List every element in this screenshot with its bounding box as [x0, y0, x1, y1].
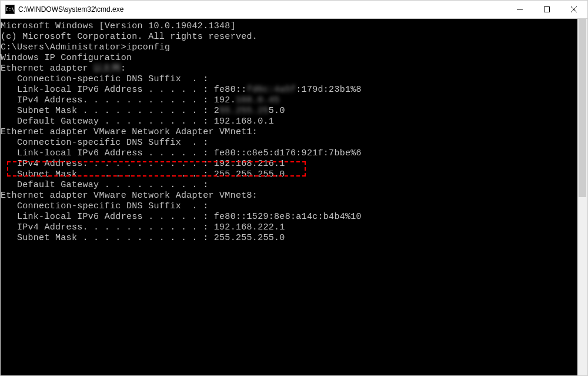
adapter1-ipv4: IPv4 Address. . . . . . . . . . . : 192.…: [1, 95, 577, 106]
adapter2-gateway: Default Gateway . . . . . . . . . :: [1, 180, 577, 191]
maximize-button[interactable]: [533, 1, 560, 18]
titlebar[interactable]: C:\ C:\WINDOWS\system32\cmd.exe: [1, 1, 587, 19]
minimize-button[interactable]: [506, 1, 533, 18]
window-title: C:\WINDOWS\system32\cmd.exe: [18, 5, 506, 14]
adapter3-dns-suffix: Connection-specific DNS Suffix . :: [1, 201, 577, 212]
scrollbar[interactable]: [577, 19, 587, 375]
adapter3-title: Ethernet adapter VMware Network Adapter …: [1, 191, 577, 201]
adapter1-gateway: Default Gateway . . . . . . . . . : 192.…: [1, 117, 577, 127]
adapter2-dns-suffix: Connection-specific DNS Suffix . :: [1, 138, 577, 148]
adapter1-subnet: Subnet Mask . . . . . . . . . . . : 255.…: [1, 106, 577, 117]
adapter3-subnet: Subnet Mask . . . . . . . . . . . : 255.…: [1, 233, 577, 244]
adapter1-title: Ethernet adapter 以太网:: [1, 64, 577, 74]
cmd-window: C:\ C:\WINDOWS\system32\cmd.exe Microsof…: [0, 0, 588, 376]
ipconfig-header: Windows IP Configuration: [1, 53, 577, 64]
maximize-icon: [544, 6, 550, 12]
adapter2-subnet: Subnet Mask . . . . . . . . . . . : 255.…: [1, 169, 577, 180]
cmd-icon: C:\: [5, 5, 15, 14]
adapter3-ipv6: Link-local IPv6 Address . . . . . : fe80…: [1, 212, 577, 222]
minimize-icon: [517, 6, 523, 12]
close-button[interactable]: [560, 1, 587, 18]
adapter2-ipv4: IPv4 Address. . . . . . . . . . . : 192.…: [1, 159, 577, 169]
window-controls: [506, 1, 587, 18]
version-line: Microsoft Windows [Version 10.0.19042.13…: [1, 21, 577, 32]
copyright-line: (c) Microsoft Corporation. All rights re…: [1, 32, 577, 42]
prompt-line: C:\Users\Administrator>ipconfig: [1, 42, 577, 53]
close-icon: [571, 6, 577, 12]
adapter3-ipv4: IPv4 Address. . . . . . . . . . . : 192.…: [1, 222, 577, 233]
svg-rect-1: [544, 7, 550, 12]
adapter1-name-blurred: 以太网: [93, 64, 121, 74]
terminal-output[interactable]: Microsoft Windows [Version 10.0.19042.13…: [1, 19, 577, 375]
terminal-container: Microsoft Windows [Version 10.0.19042.13…: [1, 19, 587, 375]
scrollbar-thumb[interactable]: [579, 19, 586, 197]
adapter2-ipv6: Link-local IPv6 Address . . . . . : fe80…: [1, 148, 577, 159]
adapter1-ipv6: Link-local IPv6 Address . . . . . : fe80…: [1, 85, 577, 95]
adapter1-dns-suffix: Connection-specific DNS Suffix . :: [1, 74, 577, 85]
adapter2-title: Ethernet adapter VMware Network Adapter …: [1, 127, 577, 138]
